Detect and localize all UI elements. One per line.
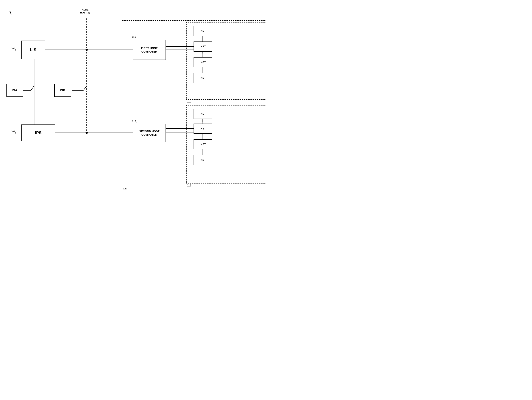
isa-box: ISA — [6, 84, 23, 97]
isb-box: ISB — [54, 84, 71, 97]
first-host-box: FIRST HOSTCOMPUTER — [133, 40, 166, 60]
svg-point-9 — [86, 132, 88, 134]
inst-top-3: INST — [194, 57, 212, 67]
svg-line-2 — [31, 86, 34, 90]
inst-top-1: INST — [194, 26, 212, 36]
inst-bot-4: INST — [194, 155, 212, 165]
ips-box: IPS — [21, 124, 55, 141]
inst-bot-1: INST — [194, 109, 212, 119]
second-host-box: SECOND HOSTCOMPUTER — [133, 124, 166, 142]
lis-box: LIS — [21, 41, 45, 59]
ref-114-label: 114 — [187, 184, 191, 187]
inst-top-4: INST — [194, 73, 212, 83]
ref-106-label: 106 — [123, 187, 127, 190]
inst-bot-3: INST — [194, 139, 212, 149]
addl-hosts-label: ADDLHOST(S) — [80, 8, 90, 14]
inst-top-2: INST — [194, 41, 212, 52]
diagram: 100 ∖ ADDLHOST(S) 106 110 114 LIS 104 ∖ … — [0, 0, 266, 200]
svg-line-4 — [83, 86, 87, 90]
inst-bot-2: INST — [194, 123, 212, 134]
svg-point-8 — [86, 49, 88, 51]
ref-110-label: 110 — [187, 100, 191, 103]
